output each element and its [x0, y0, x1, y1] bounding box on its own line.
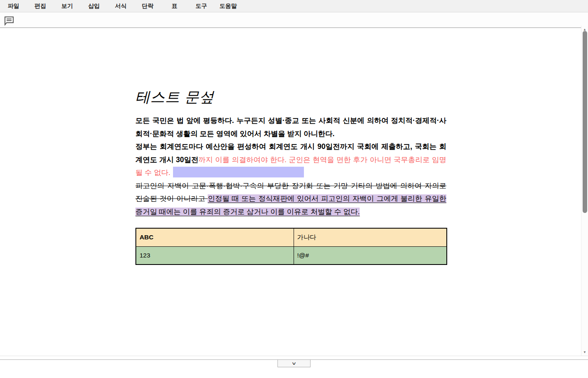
menu-bar: 파일 편집 보기 삽입 서식 단락 표 도구 도움말	[0, 0, 588, 12]
comment-button[interactable]	[4, 16, 14, 26]
viewport-bottom-divider	[0, 356, 588, 356]
document-canvas[interactable]: 테스트 문섶 모든 국민은 법 앞에 평등하다. 누구든지 성별·종교 또는 사…	[0, 28, 581, 356]
chevron-down-icon: ∨	[292, 361, 297, 366]
editor-window: 파일 편집 보기 삽입 서식 단락 표 도구 도움말 테스트 문섶 모든 국민은…	[0, 0, 588, 378]
menu-format[interactable]: 서식	[107, 2, 134, 10]
comment-bubble-icon	[4, 21, 14, 27]
table-row: ABC 가나다	[136, 228, 447, 246]
menu-file[interactable]: 파일	[0, 2, 27, 10]
menu-table[interactable]: 표	[161, 2, 188, 10]
scrollbar-thumb[interactable]	[583, 31, 587, 213]
toolbar	[0, 13, 588, 28]
table-cell-ganada[interactable]: 가나다	[294, 228, 447, 246]
table-cell-abc[interactable]: ABC	[136, 228, 294, 246]
document-table: ABC 가나다 123 !@#	[135, 228, 447, 265]
menu-help[interactable]: 도움말	[215, 2, 242, 10]
vertical-scrollbar[interactable]: ▲ ▼	[581, 26, 588, 356]
collapse-panel-button[interactable]: ∨	[277, 359, 311, 367]
paragraph-confession: 피고인의 자백이 고문·폭행·협박·구속의 부당한 장기화 또는 기망 기타의 …	[135, 180, 446, 219]
paragraph-equality: 모든 국민은 법 앞에 평등하다. 누구든지 성별·종교 또는 사회적 신분에 …	[135, 114, 446, 140]
menu-insert[interactable]: 삽입	[81, 2, 107, 10]
paragraph-budget: 정부는 회계연도마다 예산안을 편성하여 회계연도 개시 90일전까지 국회에 …	[135, 140, 446, 180]
document-content: 테스트 문섶 모든 국민은 법 앞에 평등하다. 누구든지 성별·종교 또는 사…	[135, 87, 446, 265]
menu-paragraph[interactable]: 단락	[134, 2, 161, 10]
menu-view[interactable]: 보기	[54, 2, 81, 10]
table-row: 123 !@#	[136, 246, 447, 265]
paragraph1-bold-text: 모든 국민은 법 앞에 평등하다. 누구든지 성별·종교 또는 사회적 신분에 …	[135, 116, 446, 138]
table-cell-123[interactable]: 123	[136, 246, 294, 265]
scroll-down-icon[interactable]: ▼	[581, 350, 588, 354]
table-cell-symbols[interactable]: !@#	[294, 246, 447, 265]
document-title: 테스트 문섶	[135, 87, 446, 107]
menu-tools[interactable]: 도구	[188, 2, 215, 10]
highlighted-blank-run	[173, 167, 304, 177]
menu-edit[interactable]: 편집	[27, 2, 54, 10]
